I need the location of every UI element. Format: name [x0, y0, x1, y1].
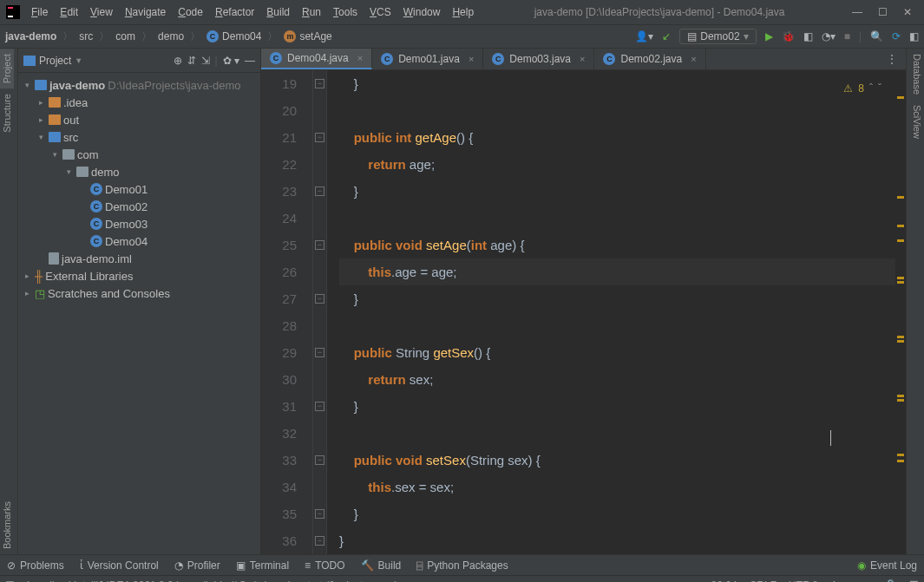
- fold-marker[interactable]: −: [315, 294, 324, 304]
- tree-node[interactable]: ▸.idea: [18, 94, 260, 111]
- tool-database[interactable]: Database: [907, 49, 924, 100]
- tree-node[interactable]: ▸◳Scratches and Consoles: [18, 284, 260, 302]
- ide-features-icon[interactable]: ◧: [909, 30, 919, 43]
- profile-icon[interactable]: ◔▾: [822, 30, 836, 43]
- tool-terminal[interactable]: ▣Terminal: [236, 559, 289, 572]
- code-line[interactable]: this.sex = sex;: [339, 474, 895, 500]
- tool-python-packages[interactable]: ⌸Python Packages: [416, 559, 508, 572]
- code-line[interactable]: public String getSex() {: [339, 339, 895, 366]
- minimize-button[interactable]: —: [852, 6, 862, 18]
- chevron-icon[interactable]: ▸: [36, 115, 46, 124]
- tool-build[interactable]: 🔨Build: [361, 559, 402, 572]
- fold-marker[interactable]: −: [315, 240, 324, 250]
- menu-code[interactable]: Code: [173, 3, 208, 21]
- close-tab-icon[interactable]: ×: [357, 53, 363, 63]
- error-stripe[interactable]: [895, 70, 906, 554]
- menu-build[interactable]: Build: [261, 3, 295, 21]
- fold-marker[interactable]: −: [315, 509, 324, 519]
- editor-tab[interactable]: CDemo03.java×: [483, 49, 594, 69]
- indent[interactable]: 4 spaces: [830, 579, 872, 583]
- code-line[interactable]: return age;: [339, 151, 895, 178]
- inspection-badge[interactable]: ⚠ 8 ˆˇ: [843, 75, 881, 102]
- close-tab-icon[interactable]: ×: [691, 54, 696, 64]
- chevron-icon[interactable]: ▾: [22, 81, 32, 89]
- tool-vcs[interactable]: ἰVersion Control: [80, 559, 159, 572]
- code-line[interactable]: [339, 312, 895, 339]
- fold-marker[interactable]: −: [315, 455, 324, 465]
- code-line[interactable]: }: [339, 285, 895, 312]
- code-line[interactable]: public void setAge(int age) {: [339, 232, 895, 258]
- code-line[interactable]: public void setSex(String sex) {: [339, 447, 895, 474]
- tree-node[interactable]: ▾com: [18, 146, 260, 163]
- caret-position[interactable]: 26:24: [711, 579, 737, 583]
- hide-panel-icon[interactable]: —: [245, 55, 255, 67]
- fold-marker[interactable]: −: [315, 186, 324, 196]
- editor-tab[interactable]: CDemo04.java×: [261, 49, 372, 69]
- close-tab-icon[interactable]: ×: [580, 54, 585, 64]
- chevron-icon[interactable]: ▾: [36, 133, 46, 141]
- code-line[interactable]: return sex;: [339, 366, 895, 393]
- memory-icon[interactable]: ☰: [909, 579, 919, 583]
- breadcrumb[interactable]: java-demo 〉src 〉com 〉demo 〉CDemo04 〉mset…: [5, 29, 332, 44]
- breadcrumb-demo[interactable]: demo: [158, 30, 184, 43]
- breadcrumb-src[interactable]: src: [79, 30, 93, 43]
- tool-problems[interactable]: ⊘Problems: [7, 559, 64, 572]
- fold-marker[interactable]: −: [315, 536, 324, 546]
- tool-structure[interactable]: Structure: [0, 88, 14, 138]
- tree-node[interactable]: CDemo02: [18, 198, 260, 215]
- code-line[interactable]: }: [339, 178, 895, 205]
- project-tree[interactable]: ▾java-demo D:\IdeaProjects\java-demo▸.id…: [18, 73, 260, 305]
- tree-node[interactable]: java-demo.iml: [18, 250, 260, 267]
- code-line[interactable]: [339, 205, 895, 232]
- debug-icon[interactable]: 🐞: [782, 30, 795, 43]
- tool-bookmarks[interactable]: Bookmarks: [0, 496, 14, 554]
- tool-project[interactable]: Project: [0, 49, 14, 88]
- menu-tools[interactable]: Tools: [328, 3, 363, 21]
- status-icon[interactable]: ☐: [5, 579, 15, 583]
- run-icon[interactable]: ▶: [765, 30, 773, 43]
- editor-tab[interactable]: CDemo01.java×: [372, 49, 483, 69]
- menu-file[interactable]: File: [26, 3, 53, 21]
- tree-node[interactable]: CDemo01: [18, 180, 260, 198]
- tree-node[interactable]: ▾src: [18, 128, 260, 146]
- tabs-more-icon[interactable]: ⋮: [878, 49, 906, 69]
- menu-vcs[interactable]: VCS: [364, 3, 396, 21]
- build-icon[interactable]: ↙: [662, 30, 671, 43]
- chevron-icon[interactable]: ▸: [22, 271, 32, 280]
- chevron-icon[interactable]: ▸: [36, 98, 46, 107]
- code-line[interactable]: this.age = age;: [339, 258, 895, 285]
- code-line[interactable]: }: [339, 527, 895, 554]
- menu-help[interactable]: Help: [447, 3, 479, 21]
- chevron-icon[interactable]: ▸: [22, 289, 32, 298]
- code-line[interactable]: }: [339, 500, 895, 527]
- maximize-button[interactable]: ☐: [878, 6, 888, 18]
- fold-marker[interactable]: −: [315, 402, 324, 411]
- menu-navigate[interactable]: Navigate: [120, 3, 171, 21]
- menu-view[interactable]: View: [85, 3, 118, 21]
- tree-node[interactable]: ▾java-demo D:\IdeaProjects\java-demo: [18, 76, 260, 94]
- code-line[interactable]: [339, 420, 895, 447]
- breadcrumb-com[interactable]: com: [115, 30, 135, 43]
- tool-profiler[interactable]: ◔Profiler: [174, 559, 220, 572]
- code-editor[interactable]: ⚠ 8 ˆˇ } public int getAge() { return ag…: [327, 70, 895, 554]
- run-config-selector[interactable]: ▤ Demo02 ▾: [679, 29, 756, 44]
- fold-gutter[interactable]: −−−−−−−−−−: [313, 70, 327, 554]
- code-line[interactable]: [339, 97, 895, 124]
- breadcrumb-class[interactable]: Demo04: [222, 30, 261, 43]
- coverage-icon[interactable]: ◧: [803, 30, 813, 43]
- expand-all-icon[interactable]: ⇵: [187, 55, 196, 67]
- fold-marker[interactable]: −: [315, 79, 324, 88]
- menu-edit[interactable]: Edit: [55, 3, 83, 21]
- line-ending[interactable]: CRLF: [750, 579, 777, 583]
- code-line[interactable]: }: [339, 393, 895, 420]
- breadcrumb-project[interactable]: java-demo: [5, 30, 56, 43]
- breadcrumb-method[interactable]: setAge: [299, 30, 331, 43]
- project-view-selector[interactable]: Project ▼: [23, 55, 82, 67]
- menu-run[interactable]: Run: [297, 3, 326, 21]
- editor-tab[interactable]: CDemo02.java×: [594, 49, 705, 69]
- chevron-icon[interactable]: ▾: [63, 167, 74, 176]
- stop-icon[interactable]: ■: [844, 30, 850, 43]
- readonly-icon[interactable]: 🔓: [884, 579, 897, 583]
- encoding[interactable]: UTF-8: [789, 579, 818, 583]
- fold-marker[interactable]: −: [315, 133, 324, 142]
